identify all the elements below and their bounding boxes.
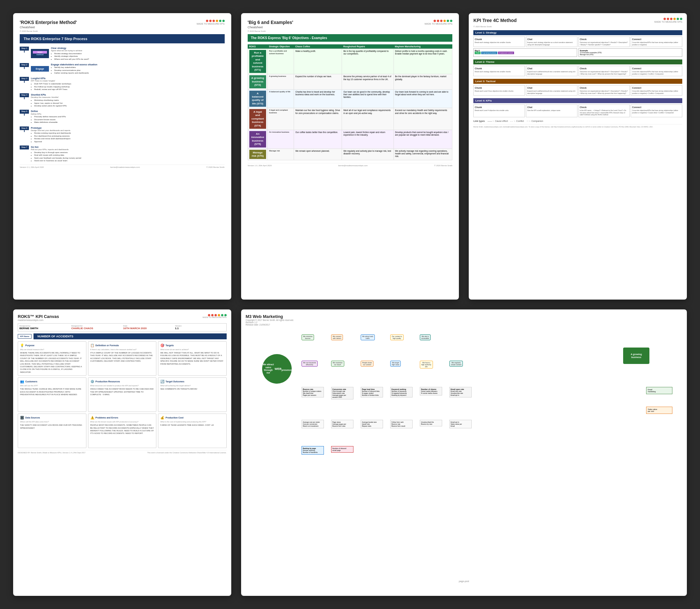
row-st5: An innovative business (ST5) An innovati… [248, 130, 452, 149]
st5-label: An innovative business [268, 130, 294, 149]
kpi-canvas-card: ROKS™ KPI Canvas madetomeasurekpis.com M… [13, 309, 231, 596]
l3-chunk: Chunk Break each Level 3 bus objective i… [473, 85, 525, 95]
customers-icon: 👥 [20, 380, 24, 383]
email-node: Emailmarketing [646, 387, 672, 394]
canvas-meta-row: Designed by: BERNIE SMITH Designed for: … [18, 323, 227, 331]
definition-icon: 📋 [90, 344, 94, 347]
problems-content: PEOPLE MOST RECORD ACCIDENTS. SOMETIMES … [90, 424, 154, 435]
st4-chaos: Maintain our five star food hygiene rati… [294, 108, 342, 130]
node-minimize-bounce: We minimisebounce [301, 334, 314, 340]
row-st3: A balanced quality of life (ST3) A balan… [248, 89, 452, 108]
node-accessible: We site isaccessible [420, 334, 431, 340]
st1-chaos: Make a healthy profit. [294, 49, 342, 74]
l4-connect: Connect Cross-link objectives/KPIs that … [631, 104, 682, 117]
card3-footer: Bernie Smith, madetomeasurekpis.com, ber… [473, 124, 682, 128]
m3-title: M3 Web Marketing [246, 314, 294, 319]
l2-connect: Connect Cross-link objectives/KPIs that … [631, 66, 682, 76]
st2-badge: A growing business (ST2) [248, 74, 268, 89]
level3-header: Level 3: Tactical [473, 79, 682, 84]
purpose-subtitle: Why we should measure this? [20, 349, 84, 350]
m3-page-label: page-post [246, 580, 682, 582]
card1-footer: Version 1.1, 20th April 2020 bernie@made… [20, 164, 225, 168]
row-st1: Run a profitable and solvent business (S… [248, 49, 452, 74]
link-types: Link types ——→ Cause effect - - → Confli… [473, 120, 682, 122]
definition-content: IT'S A SIMPLE COUNT OF THE NUMBER OF LOG… [90, 351, 154, 363]
node-connect-visitors: We connectwith visitors [331, 334, 343, 340]
big6-table: ROKS Strategic Objective Chaos Coffee Ro… [248, 44, 453, 160]
target-outcomes-subtitle: What will achieving the target deliver? [160, 385, 224, 387]
card1-author: bernie@madetomeasurekpis.com [110, 166, 140, 168]
st3-badge: A balanced quality of life (ST3) [248, 89, 268, 108]
targets-title: Targets [165, 344, 174, 347]
l2-chunk: Chunk Break each strategy objective into… [473, 66, 525, 76]
purpose-content: WHERE THERE ARE ACCIDENTS WE WILL NORMAL… [20, 351, 84, 373]
canvas-date-value: 16TH MARCH 2020 [123, 327, 173, 330]
card2-year: © 2020 Bernie Smith [434, 164, 452, 167]
targets-icon: 🎯 [160, 344, 164, 347]
kpi-tree-card: KPI Tree 4C Method MADE TO MEASURE KPIs … [469, 13, 687, 300]
st4-roughshod: Meet all of our legal and compliance req… [342, 108, 393, 130]
st4-mayhem: Exceed our mandatory Health and Safety r… [393, 108, 452, 130]
roks-enterprise-card: 'ROKS Enterprise Method' Cheatsheet © 20… [13, 13, 231, 300]
card3-copyright: © 2020 Bernie Smith [473, 25, 682, 28]
st6-badge: Manage risk (ST6) [248, 149, 268, 160]
seo-node: Ranking by page Domain authority Number … [301, 446, 324, 455]
st4-label: A legal and compliant business [268, 108, 294, 130]
prod-resources-section: ⚙️ Production Resources What resources a… [88, 378, 157, 412]
target-outcomes-content: SEE COMMENTS ON TARGETS ABOVE! [160, 388, 224, 390]
big6-brand: MADE TO MEASURE KPIs [424, 23, 452, 25]
data-sources-title: Data Sources [25, 417, 40, 419]
kpi-name-value: NUMBER OF ACCIDENTS [34, 333, 227, 339]
main-node-growing: A growingbusiness [623, 348, 649, 364]
l1-chat: Chat Express each strategy objective as … [526, 36, 577, 47]
metric-row2-5: Unsubscribed the Bounce by new [420, 420, 442, 427]
step-7: Step 7 Go live Roll out your KPIs, repor… [20, 145, 225, 162]
card2-footer: Version 1.0, 20th April 2020 bernie@made… [248, 163, 453, 167]
metric-row2-4: Follow form rank Bounce rate Bounce form… [390, 420, 413, 428]
l2-chat: Chat Expand each subtheme/result into a … [526, 66, 577, 76]
m3-release: Release date: 21/09/2017 [246, 324, 294, 326]
step-6: Step 6 Prototype Design and test your da… [20, 126, 225, 143]
node-high-value: We targethigh value [390, 361, 401, 367]
metric-row2-6: Email opt in Sales value per Email [449, 420, 472, 428]
l4-check: Check Is the KPI name... • Unique? • Rel… [578, 104, 630, 117]
targets-subtitle: What score do we want to achieve? [160, 349, 224, 350]
level4-section: Level 4: KPIs Chunk Break each Level 4 o… [473, 98, 682, 117]
l3-check: Check Outcomes not organisational object… [578, 85, 630, 95]
node-share-content: People shareour content [361, 361, 373, 367]
targets-section: 🎯 Targets What score do we want to achie… [158, 341, 227, 376]
kpi-name-row: KPI Name NUMBER OF ACCIDENTS [18, 333, 227, 339]
step-1: Step 1 ROKS method Clear strategy Agree … [20, 47, 225, 60]
st6-roughshod: We regularly and actively plan to manage… [342, 149, 393, 160]
customers-section: 👥 Customers Who will use this KPI? THE W… [18, 378, 86, 412]
st5-roughshod: Lowest pain, lowest friction repair and … [342, 130, 393, 149]
card2-subtitle: Cheatsheet [248, 25, 293, 29]
designed-by-value: BERNIE SMITH [19, 327, 69, 330]
definition-subtitle: If there's any calculation, how is the m… [90, 349, 154, 350]
col-roughshod: Roughshod Repairs [342, 44, 393, 49]
st4-badge: A legal and compliant business (ST4) [248, 108, 268, 130]
m3-flowchart: We attract salesthrough ourWEBpresence A… [246, 328, 682, 579]
metric-box-4: Keyword ranking Number of keywords % tar… [390, 387, 413, 398]
metric-row2-1: Average cost per visitor Cost per conver… [301, 420, 324, 428]
prod-cost-title: Production Cost [165, 417, 183, 419]
section-header: The ROKS Enterprise 7 Step Process [20, 34, 225, 44]
st3-label: A balanced quality of life [268, 89, 294, 108]
st2-roughshod: Become the primary service partner of at… [342, 74, 393, 89]
prod-cost-subtitle: What is the cost of implementing and pro… [160, 421, 224, 423]
metric-box-2: Conversion rate Click through rate Subsc… [331, 387, 353, 399]
l2-check: Check Outcomes not organisational object… [578, 66, 630, 76]
metric-box-3: Page load time Number of inbound links %… [361, 387, 383, 398]
canvas-footer-left: DESIGNED BY: Bernie Smith | Made to Meas… [18, 452, 85, 454]
step-2: Step 2 Engage Engage stakeholders and as… [20, 63, 225, 74]
kpi-name-label: KPI Name [18, 334, 32, 339]
canvas-title: ROKS™ KPI Canvas [18, 314, 59, 319]
l1-connect: Connect Cross-link objectives/KPIs that … [631, 36, 682, 47]
st1-roughshod: Be in the top quartile of profitability … [342, 49, 393, 74]
metric-row2-3: Average basket size Upsell rate Repeat v… [361, 420, 383, 428]
col-objective: Strategic Objective [268, 44, 294, 49]
st3-chaos: Charita has time to travel and develop h… [294, 89, 342, 108]
definition-section: 📋 Definition or Formula If there's any c… [88, 341, 157, 376]
st6-label: Manage risk [268, 149, 294, 160]
card2-title: 'Big 6 and Examples' [248, 20, 293, 25]
